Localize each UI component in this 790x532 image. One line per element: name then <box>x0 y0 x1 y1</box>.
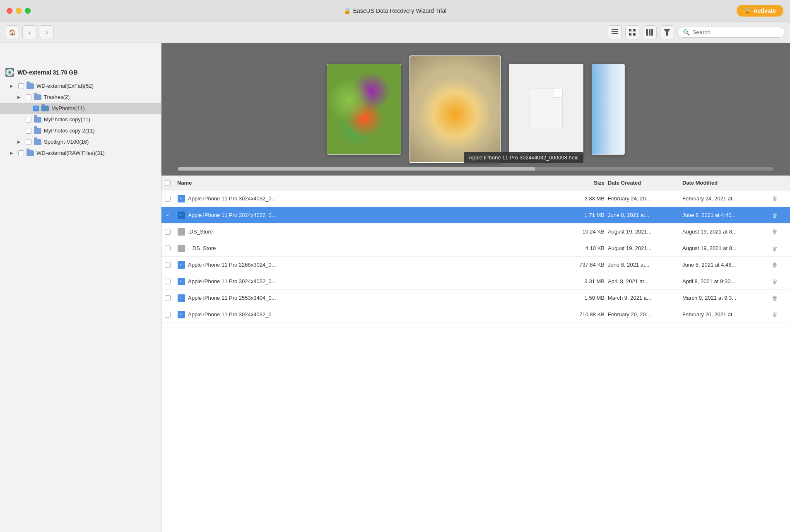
sidebar-item-6[interactable]: ▶ WD-external(RAW Files)(31) <box>0 147 161 159</box>
delete-btn-7[interactable]: 🗑 <box>770 310 779 320</box>
row-size-2: 10.24 KB <box>563 229 605 235</box>
row-modified-1: June 8, 2021 at 4:40... <box>679 212 770 218</box>
row-size-0: 2.88 MB <box>563 195 605 202</box>
row-modified-2: August 19, 2021 at 8... <box>679 229 770 235</box>
row-modified-0: February 24, 2021 at... <box>679 195 770 202</box>
row-checkbox-6[interactable] <box>165 295 171 301</box>
sidebar-item-3[interactable]: MyPhotos copy(11) <box>0 114 161 125</box>
delete-btn-4[interactable]: 🗑 <box>770 260 779 270</box>
row-name-5: Apple iPhone 11 Pro 3024x4032_0... <box>188 278 563 284</box>
checkbox-6[interactable] <box>18 150 24 156</box>
filter-button[interactable] <box>660 25 674 39</box>
folder-icon-3 <box>34 117 41 123</box>
preview-image-partial[interactable] <box>592 64 625 155</box>
svg-rect-1 <box>612 31 618 32</box>
preview-image-selected[interactable] <box>409 55 501 163</box>
preview-image-doc[interactable] <box>509 64 583 155</box>
minimize-button[interactable] <box>16 8 22 14</box>
checkbox-2[interactable] <box>33 106 39 111</box>
search-input[interactable] <box>692 29 775 36</box>
column-view-button[interactable] <box>643 25 657 39</box>
column-date-created: Date Created <box>605 180 679 186</box>
select-all-checkbox[interactable] <box>165 180 171 186</box>
delete-btn-6[interactable]: 🗑 <box>770 293 779 303</box>
file-list: Name Size Date Created Date Modified H A… <box>161 176 790 532</box>
file-row-6[interactable]: H Apple iPhone 11 Pro 2553x3404_0... 1.5… <box>161 290 790 306</box>
file-row-1[interactable]: H Apple iPhone 11 Pro 3024x4032_0... 1.7… <box>161 207 790 224</box>
sidebar-item-label-4: MyPhotos copy 2(11) <box>44 128 95 134</box>
delete-btn-2[interactable]: 🗑 <box>770 227 779 237</box>
list-view-button[interactable] <box>608 25 622 39</box>
file-row-4[interactable]: H Apple iPhone 11 Pro 2268x3024_0... 737… <box>161 257 790 273</box>
svg-rect-5 <box>629 33 631 36</box>
file-row-0[interactable]: H Apple iPhone 11 Pro 3024x4032_0... 2.8… <box>161 190 790 207</box>
checkbox-4[interactable] <box>26 128 31 134</box>
column-name: Name <box>177 180 563 186</box>
preview-scrollbar[interactable] <box>170 166 782 172</box>
delete-btn-0[interactable]: 🗑 <box>770 194 779 204</box>
sidebar-item-5[interactable]: ▶ Spotlight-V100(16) <box>0 136 161 147</box>
folder-icon-0 <box>26 83 34 89</box>
column-date-modified: Date Modified <box>679 180 770 186</box>
sidebar-item-1[interactable]: ▶ Trashes(2) <box>0 91 161 103</box>
row-size-7: 710.88 KB <box>563 311 605 318</box>
forward-button[interactable]: › <box>40 25 54 39</box>
lock-icon-activate: 🔒 <box>744 7 751 14</box>
row-modified-5: April 8, 2021 at 9:30... <box>679 278 770 284</box>
row-created-7: February 20, 20... <box>605 311 679 318</box>
file-type-icon-1: H <box>177 211 185 219</box>
sidebar-item-4[interactable]: MyPhotos copy 2(11) <box>0 125 161 136</box>
preview-image-1[interactable] <box>327 64 401 155</box>
sidebar-drive[interactable]: 💽 WD-external 31.70 GB <box>0 65 161 80</box>
delete-btn-3[interactable]: 🗑 <box>770 243 779 253</box>
maximize-button[interactable] <box>25 8 31 14</box>
folder-icon-5 <box>34 139 41 145</box>
preview-tooltip: Apple iPhone 11 Pro 3024x4032_000008.hei… <box>464 152 583 163</box>
file-row-3[interactable]: ._DS_Store 4.10 KB August 19, 2021... Au… <box>161 240 790 257</box>
file-row-2[interactable]: .DS_Store 10.24 KB August 19, 2021... Au… <box>161 224 790 240</box>
preview-area: Apple iPhone 11 Pro 3024x4032_000008.hei… <box>161 43 790 176</box>
row-checkbox-3[interactable] <box>165 246 171 251</box>
sidebar-item-label-3: MyPhotos copy(11) <box>44 116 90 123</box>
close-button[interactable] <box>7 8 12 14</box>
row-created-0: February 24, 20... <box>605 195 679 202</box>
grid-view-button[interactable] <box>625 25 639 39</box>
row-checkbox-4[interactable] <box>165 262 171 268</box>
checkbox-3[interactable] <box>26 117 31 123</box>
row-name-7: Apple iPhone 11 Pro 3024x4032_0 <box>188 311 563 318</box>
row-checkbox-2[interactable] <box>165 229 171 235</box>
sidebar-item-2[interactable]: MyPhotos(11) <box>0 103 161 114</box>
title-bar: 🔒 EaseUS Data Recovery Wizard Trial 🔒 Ac… <box>0 0 790 22</box>
folder-icon-1 <box>34 94 41 100</box>
checkbox-1[interactable] <box>26 94 31 100</box>
delete-btn-1[interactable]: 🗑 <box>770 210 779 220</box>
store-icon-2 <box>178 228 185 236</box>
heic-icon-6: H <box>178 294 185 302</box>
row-name-3: ._DS_Store <box>188 245 563 251</box>
checkbox-0[interactable] <box>18 83 24 89</box>
delete-btn-5[interactable]: 🗑 <box>770 277 779 286</box>
sidebar-item-0[interactable]: ▶ WD-external(ExFat)(52) <box>0 80 161 91</box>
row-checkbox-7[interactable] <box>165 312 171 318</box>
row-checkbox-1[interactable] <box>165 212 171 218</box>
heic-icon-7: H <box>178 311 185 318</box>
file-row-5[interactable]: H Apple iPhone 11 Pro 3024x4032_0... 3.3… <box>161 273 790 290</box>
sidebar: 💽 WD-external 31.70 GB ▶ WD-external(ExF… <box>0 43 161 532</box>
expand-arrow-1: ▶ <box>17 95 23 99</box>
activate-button[interactable]: 🔒 Activate <box>737 5 783 17</box>
row-created-5: April 8, 2021 at... <box>605 278 679 284</box>
file-row-7[interactable]: H Apple iPhone 11 Pro 3024x4032_0 710.88… <box>161 306 790 323</box>
checkbox-5[interactable] <box>26 139 31 145</box>
app-title: 🔒 EaseUS Data Recovery Wizard Trial <box>344 7 447 14</box>
file-type-icon-0: H <box>177 195 185 203</box>
file-list-header: Name Size Date Created Date Modified <box>161 176 790 190</box>
back-button[interactable]: ‹ <box>22 25 36 39</box>
column-size: Size <box>563 180 605 186</box>
heic-icon-0: H <box>178 195 185 202</box>
row-checkbox-0[interactable] <box>165 196 171 202</box>
svg-rect-7 <box>646 29 648 36</box>
home-button[interactable]: 🏠 <box>5 25 19 39</box>
row-checkbox-5[interactable] <box>165 279 171 284</box>
store-icon-3 <box>178 245 185 252</box>
folder-icon-6 <box>26 150 34 156</box>
